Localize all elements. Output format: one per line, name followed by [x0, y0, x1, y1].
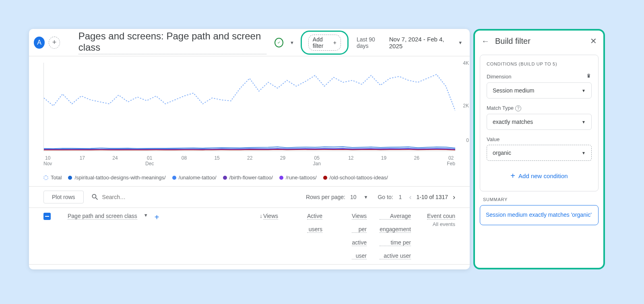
main-card: A + Pages and screens: Page path and scr… [29, 29, 470, 269]
legend-item[interactable]: /spiritual-tattoo-designs-with-meanings/ [68, 175, 165, 181]
header-bar: A + Pages and screens: Page path and scr… [29, 29, 470, 56]
chart-area: 4K 2K 0 10Nov172401Dec0815222905Jan12192… [29, 56, 470, 169]
chevron-down-icon: ▼ [582, 151, 586, 155]
chevron-down-icon: ▼ [582, 120, 586, 124]
x-tick: 15 [214, 155, 219, 166]
x-tick: 10Nov [43, 155, 52, 166]
dimension-select[interactable]: Session medium ▼ [487, 82, 592, 99]
check-icon [275, 38, 283, 47]
date-range-text: Nov 7, 2024 - Feb 4, 2025 [389, 36, 452, 49]
chevron-down-icon[interactable]: ▼ [364, 195, 368, 199]
x-tick: 24 [112, 155, 118, 166]
add-condition-button[interactable]: + Add new condition [487, 167, 592, 185]
dimension-select-value: Session medium [493, 87, 535, 94]
plus-icon: + [510, 171, 515, 181]
summary-box: Session medium exactly matches 'organic' [480, 205, 599, 225]
plot-rows-button[interactable]: Plot rows [43, 191, 84, 203]
x-tick: 01Dec [145, 155, 154, 166]
page-title[interactable]: Pages and screens: Page path and screen … [78, 31, 266, 54]
avatar[interactable]: A [34, 37, 45, 49]
goto-label: Go to: [378, 194, 393, 200]
table-total-row: Total 276,938100% of total142,321100% of… [29, 264, 470, 269]
match-type-label: Match Type [487, 105, 514, 111]
chart-svg [43, 63, 455, 151]
add-filter-button[interactable]: Add filter + [301, 31, 349, 55]
column-header[interactable]: Averageengagementtime peractive user [367, 213, 411, 259]
x-tick: 12 [348, 155, 353, 166]
next-page-button[interactable]: › [453, 193, 455, 201]
rows-per-page-label: Rows per page: [306, 194, 345, 200]
x-tick: 17 [80, 155, 85, 166]
x-axis: 10Nov172401Dec0815222905Jan12192602Feb [43, 153, 455, 169]
build-filter-panel: ← Build filter ✕ CONDITIONS (BUILD UP TO… [473, 29, 605, 269]
dimension-header: Page path and screen class ▼ + [68, 213, 234, 259]
dimension-header-label[interactable]: Page path and screen class [68, 213, 137, 220]
chevron-down-icon: ▼ [458, 40, 462, 45]
search-icon [91, 193, 99, 201]
x-tick: 29 [280, 155, 285, 166]
add-account-button[interactable]: + [49, 37, 60, 49]
table-controls: Plot rows Rows per page: 10 ▼ Go to: 1 ‹… [29, 186, 470, 207]
value-select-value: organic [493, 150, 511, 156]
match-type-value: exactly matches [493, 119, 533, 125]
value-select[interactable]: organic ▼ [487, 145, 592, 161]
x-tick: 02Feb [447, 155, 455, 166]
pagination-range: 1-10 of 1317 [416, 194, 448, 200]
chevron-down-icon[interactable]: ▼ [144, 213, 148, 218]
match-type-select[interactable]: exactly matches ▼ [487, 114, 592, 130]
panel-title: Build filter [495, 37, 584, 46]
close-button[interactable]: ✕ [590, 36, 597, 46]
column-header[interactable]: Viewsperactiveuser [322, 213, 367, 259]
conditions-card: CONDITIONS (BUILD UP TO 5) Dimension Ses… [480, 55, 599, 191]
trash-icon[interactable] [586, 73, 592, 80]
add-dimension-button[interactable]: + [155, 213, 159, 222]
chevron-down-icon: ▼ [582, 88, 586, 93]
legend-item[interactable]: Total [43, 175, 62, 181]
goto-value[interactable]: 1 [399, 194, 402, 200]
legend-item[interactable]: /rune-tattoos/ [279, 175, 317, 181]
y-tick-4k: 4K [463, 60, 469, 66]
prev-page-button[interactable]: ‹ [409, 193, 411, 201]
date-preset-label: Last 90 days [357, 36, 385, 49]
x-tick: 22 [247, 155, 252, 166]
add-filter-label: Add filter [313, 36, 332, 49]
y-tick-0: 0 [466, 138, 469, 143]
rows-per-page-value[interactable]: 10 [350, 194, 357, 200]
x-tick: 26 [414, 155, 419, 166]
table-header-row: Page path and screen class ▼ + ↓ViewsAct… [29, 207, 470, 264]
plus-icon: + [333, 39, 336, 46]
y-tick-2k: 2K [463, 103, 469, 109]
value-field-label: Value [487, 136, 500, 142]
back-button[interactable]: ← [481, 37, 489, 46]
column-header[interactable]: Event counAll events [411, 213, 455, 259]
legend-item[interactable]: /birth-flower-tattoo/ [223, 175, 273, 181]
column-header[interactable]: ↓Views [234, 213, 278, 259]
add-condition-label: Add new condition [518, 173, 568, 179]
x-tick: 05Jan [313, 155, 320, 166]
dimension-field-label: Dimension [487, 74, 511, 80]
conditions-title: CONDITIONS (BUILD UP TO 5) [487, 62, 592, 66]
summary-title: SUMMARY [483, 197, 595, 202]
help-icon[interactable]: ? [515, 105, 521, 111]
select-all-checkbox[interactable] [43, 213, 51, 220]
legend: Total/spiritual-tattoo-designs-with-mean… [29, 169, 470, 186]
search-input[interactable] [102, 194, 183, 200]
date-range-picker[interactable]: Last 90 days Nov 7, 2024 - Feb 4, 2025 ▼ [357, 36, 465, 49]
chevron-down-icon[interactable]: ▼ [290, 40, 294, 45]
legend-item[interactable]: /unalome-tattoo/ [172, 175, 217, 181]
legend-item[interactable]: /old-school-tattoos-ideas/ [323, 175, 388, 181]
x-tick: 19 [381, 155, 386, 166]
column-header[interactable]: Activeusers [278, 213, 322, 259]
x-tick: 08 [182, 155, 187, 166]
